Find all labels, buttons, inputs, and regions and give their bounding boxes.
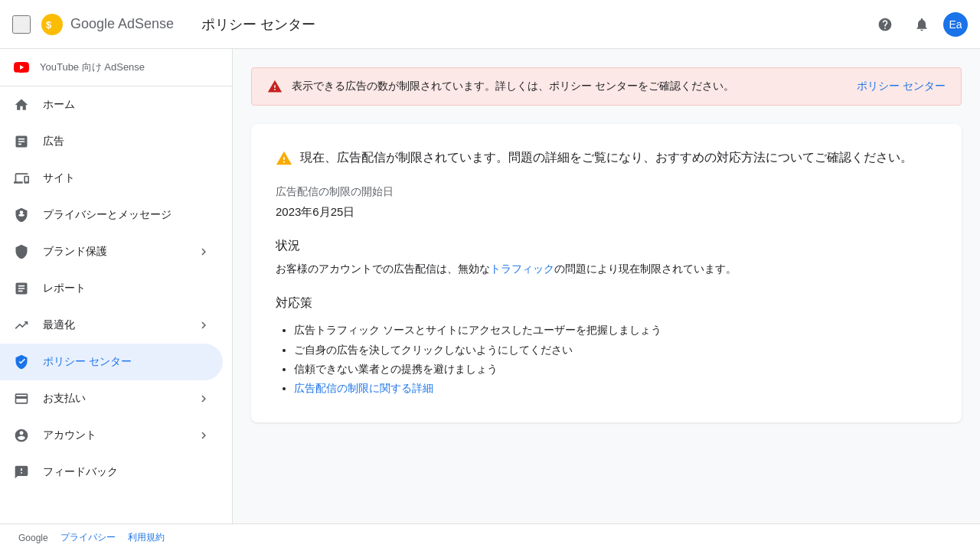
action-list: 広告トラフィック ソースとサイトにアクセスしたユーザーを把握しましょう ご自身の… <box>276 321 937 398</box>
sidebar-item-optimize[interactable]: 最適化 <box>0 307 223 344</box>
footer-brand: Google <box>18 533 48 543</box>
payment-label: お支払い <box>43 392 185 406</box>
list-item-link[interactable]: 広告配信の制限に関する詳細 <box>294 379 937 398</box>
sidebar: YouTube 向け AdSense ホーム 広告 サイト プライバシ <box>0 49 233 551</box>
home-label: ホーム <box>43 98 211 112</box>
action-section: 対応策 広告トラフィック ソースとサイトにアクセスしたユーザーを把握しましょう … <box>276 295 937 398</box>
sites-icon <box>12 169 31 187</box>
sidebar-item-home[interactable]: ホーム <box>0 86 223 123</box>
start-date-value: 2023年6月25日 <box>276 205 937 220</box>
chevron-right-icon <box>197 245 211 259</box>
start-date-section: 広告配信の制限の開始日 2023年6月25日 <box>276 185 937 220</box>
alert-warning-icon <box>267 79 283 94</box>
account-icon <box>12 426 31 445</box>
status-title: 状況 <box>276 238 937 254</box>
status-section: 状況 お客様のアカウントでの広告配信は、無効なトラフィックの問題により現在制限さ… <box>276 238 937 277</box>
warning-triangle-icon <box>276 150 292 167</box>
youtube-label: YouTube 向け AdSense <box>40 60 145 74</box>
header-left: $ Google AdSense ポリシー センター <box>12 12 315 37</box>
notifications-button[interactable] <box>906 9 937 40</box>
header-right: Ea <box>870 9 968 40</box>
sidebar-item-privacy[interactable]: プライバシーとメッセージ <box>0 197 223 233</box>
privacy-icon <box>12 206 31 224</box>
alert-text: 表示できる広告の数が制限されています。詳しくは、ポリシー センターをご確認くださ… <box>292 80 848 93</box>
svg-text:$: $ <box>46 19 52 31</box>
notifications-icon <box>914 17 929 32</box>
reports-icon <box>12 279 31 298</box>
sidebar-item-feedback[interactable]: フィードバック <box>0 454 223 491</box>
footer-privacy-link[interactable]: プライバシー <box>60 531 116 544</box>
chevron-right-icon-payment <box>197 392 211 406</box>
chevron-right-icon-account <box>197 429 211 442</box>
menu-button[interactable] <box>12 15 31 34</box>
alert-banner: 表示できる広告の数が制限されています。詳しくは、ポリシー センターをご確認くださ… <box>251 67 962 106</box>
status-text-part2: の問題により現在制限されています。 <box>554 262 737 275</box>
policy-card: 現在、広告配信が制限されています。問題の詳細をご覧になり、おすすめの対応方法につ… <box>251 124 962 422</box>
policy-icon <box>12 353 31 371</box>
sites-label: サイト <box>43 171 211 185</box>
header: $ Google AdSense ポリシー センター Ea <box>0 0 980 49</box>
avatar[interactable]: Ea <box>943 12 968 37</box>
alert-policy-link[interactable]: ポリシー センター <box>857 80 946 93</box>
home-icon <box>12 96 31 114</box>
status-text: お客様のアカウントでの広告配信は、無効なトラフィックの問題により現在制限されてい… <box>276 260 937 277</box>
ads-icon <box>12 132 31 151</box>
policy-warning-header: 現在、広告配信が制限されています。問題の詳細をご覧になり、おすすめの対応方法につ… <box>276 148 937 167</box>
sidebar-item-brand[interactable]: ブランド保護 <box>0 233 223 270</box>
brand-icon <box>12 243 31 261</box>
reports-label: レポート <box>43 282 211 295</box>
adsense-logo-icon: $ <box>40 12 64 37</box>
list-item: 広告トラフィック ソースとサイトにアクセスしたユーザーを把握しましょう <box>294 321 937 340</box>
help-button[interactable] <box>870 9 900 40</box>
detail-link[interactable]: 広告配信の制限に関する詳細 <box>294 382 433 394</box>
logo[interactable]: $ Google AdSense <box>40 12 174 37</box>
warning-title: 現在、広告配信が制限されています。問題の詳細をご覧になり、おすすめの対応方法につ… <box>300 148 913 167</box>
sidebar-item-policy[interactable]: ポリシー センター <box>0 344 223 380</box>
main-content: 表示できる広告の数が制限されています。詳しくは、ポリシー センターをご確認くださ… <box>233 49 980 551</box>
youtube-icon <box>12 58 31 77</box>
chevron-right-icon-optimize <box>197 318 211 332</box>
sidebar-item-account[interactable]: アカウント <box>0 417 223 454</box>
sidebar-item-payment[interactable]: お支払い <box>0 380 223 417</box>
list-item: ご自身の広告を決してクリックしないようにしてください <box>294 341 937 360</box>
sidebar-item-sites[interactable]: サイト <box>0 160 223 197</box>
list-item: 信頼できない業者との提携を避けましょう <box>294 360 937 379</box>
optimize-label: 最適化 <box>43 318 185 332</box>
feedback-label: フィードバック <box>43 465 211 479</box>
privacy-label: プライバシーとメッセージ <box>43 208 211 222</box>
sidebar-item-reports[interactable]: レポート <box>0 270 223 307</box>
status-text-part1: お客様のアカウントでの広告配信は、無効な <box>276 262 490 275</box>
layout: YouTube 向け AdSense ホーム 広告 サイト プライバシ <box>0 49 980 551</box>
optimize-icon <box>12 316 31 334</box>
footer: Google プライバシー 利用規約 <box>0 523 980 551</box>
page-title-header: ポリシー センター <box>201 15 315 34</box>
svg-point-0 <box>41 14 63 35</box>
action-title: 対応策 <box>276 295 937 311</box>
footer-terms-link[interactable]: 利用規約 <box>128 531 165 544</box>
brand-label: ブランド保護 <box>43 245 185 259</box>
traffic-link[interactable]: トラフィック <box>490 262 554 275</box>
help-icon <box>877 17 893 32</box>
policy-label: ポリシー センター <box>43 355 211 369</box>
account-label: アカウント <box>43 429 185 442</box>
feedback-icon <box>12 463 31 481</box>
ads-label: 広告 <box>43 135 211 148</box>
start-date-label: 広告配信の制限の開始日 <box>276 185 937 199</box>
sidebar-item-ads[interactable]: 広告 <box>0 123 223 160</box>
payment-icon <box>12 390 31 408</box>
logo-text: Google AdSense <box>70 16 174 32</box>
sidebar-item-youtube[interactable]: YouTube 向け AdSense <box>0 49 232 86</box>
